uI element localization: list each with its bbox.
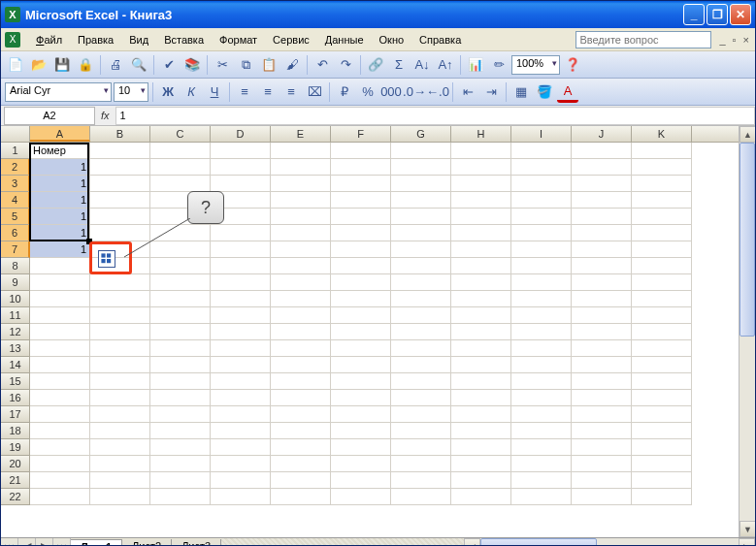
cell-G22[interactable] bbox=[391, 489, 451, 505]
save-icon[interactable]: 💾 bbox=[51, 54, 73, 76]
cell-H19[interactable] bbox=[451, 439, 511, 456]
cell-D7[interactable] bbox=[211, 241, 271, 258]
horizontal-scrollbar[interactable]: ◀ ▶ bbox=[464, 538, 755, 546]
cell-A20[interactable] bbox=[30, 456, 90, 472]
cell-F21[interactable] bbox=[331, 472, 391, 489]
cell-H5[interactable] bbox=[451, 209, 511, 225]
cell-J16[interactable] bbox=[572, 390, 632, 406]
cell-E12[interactable] bbox=[271, 324, 331, 340]
cell-I8[interactable] bbox=[511, 258, 572, 274]
cell-H13[interactable] bbox=[451, 340, 511, 357]
sheet-tab-3[interactable]: Лист3 bbox=[172, 539, 221, 546]
cell-D18[interactable] bbox=[211, 423, 271, 439]
cell-C2[interactable] bbox=[150, 159, 211, 176]
row-header-20[interactable]: 20 bbox=[1, 456, 30, 472]
cell-K10[interactable] bbox=[632, 291, 692, 307]
cell-G15[interactable] bbox=[391, 373, 451, 390]
decrease-indent-icon[interactable]: ⇤ bbox=[457, 81, 478, 103]
comma-icon[interactable]: 000 bbox=[380, 81, 402, 103]
cell-F14[interactable] bbox=[331, 357, 391, 373]
cell-E21[interactable] bbox=[271, 472, 331, 489]
cell-G2[interactable] bbox=[391, 159, 451, 176]
cell-J21[interactable] bbox=[572, 472, 632, 489]
increase-indent-icon[interactable]: ⇥ bbox=[480, 81, 502, 103]
merge-icon[interactable]: ⌧ bbox=[304, 81, 325, 103]
column-header-G[interactable]: G bbox=[391, 126, 451, 142]
cell-I19[interactable] bbox=[511, 439, 572, 456]
cell-A18[interactable] bbox=[30, 423, 90, 439]
cell-I14[interactable] bbox=[511, 357, 572, 373]
cell-H15[interactable] bbox=[451, 373, 511, 390]
row-header-22[interactable]: 22 bbox=[1, 489, 30, 505]
cell-E22[interactable] bbox=[271, 489, 331, 505]
cell-B3[interactable] bbox=[90, 176, 150, 192]
cell-H14[interactable] bbox=[451, 357, 511, 373]
cell-I7[interactable] bbox=[511, 241, 572, 258]
cell-I11[interactable] bbox=[511, 307, 572, 324]
cell-C10[interactable] bbox=[150, 291, 211, 307]
cell-B17[interactable] bbox=[90, 406, 150, 423]
cell-C7[interactable] bbox=[150, 241, 211, 258]
cell-I22[interactable] bbox=[511, 489, 572, 505]
cell-A22[interactable] bbox=[30, 489, 90, 505]
document-window-controls[interactable]: _ ▫ × bbox=[719, 34, 751, 46]
hscroll-thumb[interactable] bbox=[480, 538, 597, 546]
cell-F10[interactable] bbox=[331, 291, 391, 307]
cell-E2[interactable] bbox=[271, 159, 331, 176]
cell-G16[interactable] bbox=[391, 390, 451, 406]
cell-E13[interactable] bbox=[271, 340, 331, 357]
cell-K12[interactable] bbox=[632, 324, 692, 340]
row-header-8[interactable]: 8 bbox=[1, 258, 30, 274]
cell-C14[interactable] bbox=[150, 357, 211, 373]
cell-B11[interactable] bbox=[90, 307, 150, 324]
cell-C16[interactable] bbox=[150, 390, 211, 406]
cell-E20[interactable] bbox=[271, 456, 331, 472]
cell-B9[interactable] bbox=[90, 274, 150, 291]
spell-icon[interactable]: ✔ bbox=[158, 54, 180, 76]
cell-E11[interactable] bbox=[271, 307, 331, 324]
cell-B20[interactable] bbox=[90, 456, 150, 472]
column-header-D[interactable]: D bbox=[211, 126, 271, 142]
cell-C15[interactable] bbox=[150, 373, 211, 390]
cell-E16[interactable] bbox=[271, 390, 331, 406]
cell-J20[interactable] bbox=[572, 456, 632, 472]
cell-C11[interactable] bbox=[150, 307, 211, 324]
open-icon[interactable]: 📂 bbox=[28, 54, 49, 76]
row-header-7[interactable]: 7 bbox=[1, 241, 30, 258]
row-header-4[interactable]: 4 bbox=[1, 192, 30, 209]
cell-F5[interactable] bbox=[331, 209, 391, 225]
cell-G1[interactable] bbox=[391, 143, 451, 159]
cell-D1[interactable] bbox=[211, 143, 271, 159]
cell-J8[interactable] bbox=[572, 258, 632, 274]
cell-H17[interactable] bbox=[451, 406, 511, 423]
cell-J14[interactable] bbox=[572, 357, 632, 373]
underline-button[interactable]: Ч bbox=[204, 81, 225, 103]
row-header-19[interactable]: 19 bbox=[1, 439, 30, 456]
cell-B12[interactable] bbox=[90, 324, 150, 340]
cell-K11[interactable] bbox=[632, 307, 692, 324]
cell-D12[interactable] bbox=[211, 324, 271, 340]
cell-I13[interactable] bbox=[511, 340, 572, 357]
column-header-H[interactable]: H bbox=[451, 126, 511, 142]
cell-F20[interactable] bbox=[331, 456, 391, 472]
cell-I18[interactable] bbox=[511, 423, 572, 439]
row-header-9[interactable]: 9 bbox=[1, 274, 30, 291]
scroll-down-icon[interactable]: ▼ bbox=[740, 521, 755, 537]
column-header-I[interactable]: I bbox=[511, 126, 572, 142]
menu-service[interactable]: Сервис bbox=[265, 32, 317, 48]
cell-E4[interactable] bbox=[271, 192, 331, 209]
cell-J4[interactable] bbox=[572, 192, 632, 209]
undo-icon[interactable]: ↶ bbox=[312, 54, 333, 76]
cell-G6[interactable] bbox=[391, 225, 451, 241]
cell-E18[interactable] bbox=[271, 423, 331, 439]
cell-C6[interactable] bbox=[150, 225, 211, 241]
cell-I9[interactable] bbox=[511, 274, 572, 291]
tab-last-icon[interactable]: ⏭ bbox=[53, 538, 71, 546]
cell-B2[interactable] bbox=[90, 159, 150, 176]
font-combo[interactable]: Arial Cyr bbox=[5, 82, 112, 102]
cell-J6[interactable] bbox=[572, 225, 632, 241]
cell-F8[interactable] bbox=[331, 258, 391, 274]
cell-H9[interactable] bbox=[451, 274, 511, 291]
cell-C1[interactable] bbox=[150, 143, 211, 159]
select-all-corner[interactable] bbox=[1, 126, 30, 142]
